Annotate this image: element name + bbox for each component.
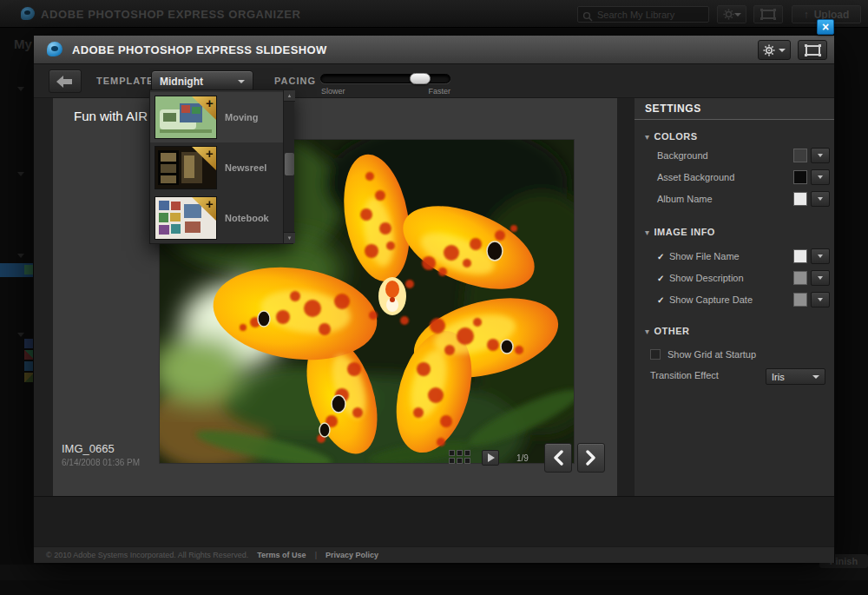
asset-background-color-dropdown[interactable] [811,169,830,185]
album-title: Fun with AIR [74,109,148,123]
capture-date-color-dropdown[interactable] [811,292,830,307]
close-dialog-button[interactable]: × [817,19,834,35]
app-logo-icon [21,7,35,20]
play-icon [488,453,495,462]
album-name-color-label: Album Name [657,194,713,204]
chevron-down-icon [779,49,786,52]
back-arrow-icon [56,75,75,89]
slide-counter: 1/9 [516,453,529,463]
pacing-slider-handle[interactable] [410,73,431,84]
bg-bottom-menu-bar: Edit Share Slideshow Print Remove [0,565,868,580]
app-fullscreen-button[interactable] [753,5,783,23]
checkmark-icon[interactable]: ✓ [657,274,664,283]
dialog-fullscreen-button[interactable] [798,40,827,60]
screen: ADOBE PHOTOSHOP EXPRESS ORGANIZER ↑ Uplo… [0,0,868,595]
file-name-color-swatch[interactable] [793,249,807,263]
show-file-name-label[interactable]: Show File Name [669,251,740,261]
bg-selected-album-row [0,263,33,277]
background-color-swatch[interactable] [793,149,807,162]
scroll-up-icon[interactable]: ▲ [284,90,295,102]
template-option-label: Notebook [225,213,269,223]
search-icon [582,10,593,20]
template-option-notebook[interactable]: + Notebook [150,193,283,243]
pacing-label: PACING [274,76,316,86]
show-grid-label[interactable]: Show Grid at Startup [667,349,756,360]
chevron-down-icon [734,13,741,17]
album-name-color-dropdown[interactable] [811,191,830,207]
transition-effect-dropdown[interactable]: Iris [766,368,825,385]
disclosure-icon: ▾ [645,132,650,142]
previous-slide-button[interactable] [544,443,572,473]
show-grid-checkbox[interactable] [650,349,661,360]
colors-section-header[interactable]: ▾COLORS [645,131,698,142]
dialog-title: ADOBE PHOTOSHOP EXPRESS SLIDESHOW [72,43,327,56]
slideshow-stage: Fun with AIR [53,98,617,496]
app-settings-button[interactable] [717,5,746,23]
chevron-right-icon [586,450,596,466]
file-name-color-dropdown[interactable] [811,248,830,264]
template-label: TEMPLATE [96,76,154,86]
chevron-down-icon [238,80,245,83]
template-option-label: Newsreel [225,162,266,173]
description-color-swatch[interactable] [793,271,807,285]
copyright-text: © 2010 Adobe Systems Incorporated. All R… [46,551,248,559]
next-slide-button[interactable] [577,443,605,473]
bg-tree-disclosure-icon [17,87,24,91]
other-section-header[interactable]: ▾OTHER [645,326,690,336]
scrollbar-thumb[interactable] [285,153,294,175]
checkmark-icon[interactable]: ✓ [657,252,664,261]
dialog-button-bar: Finish [34,496,834,546]
capture-date-color-swatch[interactable] [793,293,807,307]
bg-tree-disclosure-icon [17,172,24,176]
bg-tree-disclosure-icon [17,333,24,337]
svg-text:+: + [206,96,214,110]
play-button[interactable] [482,450,499,466]
dialog-header: ADOBE PHOTOSHOP EXPRESS SLIDESHOW [34,36,834,64]
checkmark-icon[interactable]: ✓ [657,295,664,305]
search-box[interactable] [577,6,709,23]
dialog-settings-button[interactable] [758,40,791,60]
image-info-section-header[interactable]: ▾IMAGE INFO [645,227,715,237]
background-color-label: Background [657,150,708,161]
pacing-slider[interactable] [320,74,450,83]
show-capture-date-label[interactable]: Show Capture Date [669,294,753,305]
disclosure-icon: ▾ [645,327,650,336]
transition-effect-label: Transition Effect [650,370,719,380]
svg-text:+: + [206,197,214,211]
newsreel-template-thumbnail: + [155,147,216,188]
dialog-footer: © 2010 Adobe Systems Incorporated. All R… [34,546,834,563]
upload-arrow-icon: ↑ [804,9,809,21]
album-name-color-swatch[interactable] [793,192,807,206]
template-menu: + Moving + Newsreel [149,89,293,244]
asset-background-color-label: Asset Background [657,172,734,182]
fullscreen-icon [761,10,775,19]
svg-text:+: + [206,147,214,161]
bg-tree-disclosure-icon [17,254,24,258]
capture-date: 6/14/2008 01:36 PM [62,458,140,467]
template-menu-scrollbar[interactable]: ▲ ▼ [283,90,294,243]
slower-label: Slower [321,87,345,96]
chevron-down-icon [812,375,819,379]
template-option-newsreel[interactable]: + Newsreel [150,142,283,193]
template-value: Midnight [160,76,203,88]
photoshop-express-logo-icon [47,42,62,56]
file-name: IMG_0665 [62,442,115,455]
background-color-dropdown[interactable] [811,148,830,163]
gear-icon [723,9,734,20]
settings-header: SETTINGS [635,98,834,120]
chevron-left-icon [553,450,563,466]
moving-template-thumbnail: + [155,96,216,138]
scroll-down-icon[interactable]: ▼ [284,232,295,243]
back-button[interactable] [49,69,82,93]
privacy-policy-link[interactable]: Privacy Policy [326,551,378,559]
transition-effect-value: Iris [772,372,785,382]
grid-view-button[interactable] [449,450,472,466]
search-input[interactable] [597,10,701,20]
description-color-dropdown[interactable] [811,270,830,286]
asset-background-color-swatch[interactable] [793,170,807,184]
faster-label: Faster [409,87,450,96]
show-description-label[interactable]: Show Description [669,273,744,283]
terms-of-use-link[interactable]: Terms of Use [257,551,306,559]
template-option-moving[interactable]: + Moving [150,92,283,142]
notebook-template-thumbnail: + [155,197,216,239]
